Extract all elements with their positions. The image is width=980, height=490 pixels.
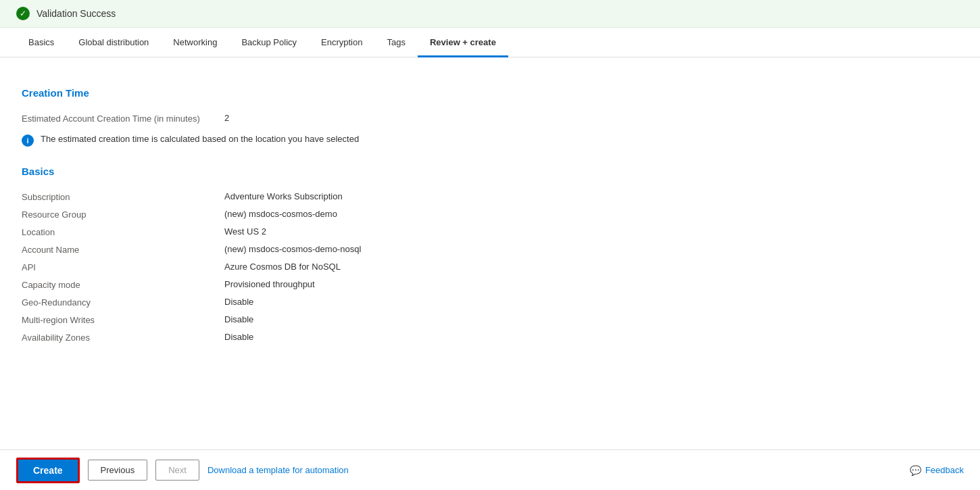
info-box: i The estimated creation time is calcula… <box>22 134 958 147</box>
multi-region-writes-label: Multi-region Writes <box>22 314 224 325</box>
basics-section: Basics Subscription Adventure Works Subs… <box>22 166 958 346</box>
location-row: Location West US 2 <box>22 223 958 241</box>
info-message: The estimated creation time is calculate… <box>41 134 359 144</box>
previous-button[interactable]: Previous <box>88 460 148 481</box>
tab-review-create[interactable]: Review + create <box>418 28 508 57</box>
create-button[interactable]: Create <box>16 458 80 483</box>
automation-template-link[interactable]: Download a template for automation <box>207 465 349 475</box>
validation-message: Validation Success <box>36 8 116 19</box>
capacity-mode-row: Capacity mode Provisioned throughput <box>22 276 958 293</box>
resource-group-label: Resource Group <box>22 209 224 220</box>
availability-zones-label: Availability Zones <box>22 332 224 343</box>
tab-basics[interactable]: Basics <box>16 28 66 57</box>
subscription-label: Subscription <box>22 191 224 202</box>
success-icon: ✓ <box>16 7 30 20</box>
multi-region-writes-value: Disable <box>224 314 253 324</box>
tabs-bar: Basics Global distribution Networking Ba… <box>0 28 980 57</box>
feedback-icon: 💬 <box>910 465 921 476</box>
geo-redundancy-row: Geo-Redundancy Disable <box>22 293 958 311</box>
capacity-mode-label: Capacity mode <box>22 279 224 290</box>
multi-region-writes-row: Multi-region Writes Disable <box>22 311 958 328</box>
account-name-row: Account Name (new) msdocs-cosmos-demo-no… <box>22 241 958 258</box>
subscription-row: Subscription Adventure Works Subscriptio… <box>22 188 958 205</box>
estimated-time-value: 2 <box>224 113 229 123</box>
api-row: API Azure Cosmos DB for NoSQL <box>22 258 958 276</box>
location-value: West US 2 <box>224 226 266 237</box>
feedback-label: Feedback <box>925 465 964 475</box>
feedback-button[interactable]: 💬 Feedback <box>910 465 964 476</box>
tab-backup-policy[interactable]: Backup Policy <box>229 28 309 57</box>
subscription-value: Adventure Works Subscription <box>224 191 343 201</box>
main-content: Creation Time Estimated Account Creation… <box>0 57 980 406</box>
api-value: Azure Cosmos DB for NoSQL <box>224 262 341 272</box>
resource-group-row: Resource Group (new) msdocs-cosmos-demo <box>22 205 958 223</box>
geo-redundancy-value: Disable <box>224 297 253 307</box>
creation-time-title: Creation Time <box>22 87 958 99</box>
account-name-label: Account Name <box>22 244 224 255</box>
geo-redundancy-label: Geo-Redundancy <box>22 297 224 308</box>
next-button[interactable]: Next <box>155 460 199 481</box>
resource-group-value: (new) msdocs-cosmos-demo <box>224 209 337 219</box>
availability-zones-row: Availability Zones Disable <box>22 328 958 346</box>
availability-zones-value: Disable <box>224 332 253 342</box>
tab-tags[interactable]: Tags <box>374 28 417 57</box>
location-label: Location <box>22 226 224 237</box>
account-name-value: (new) msdocs-cosmos-demo-nosql <box>224 244 361 254</box>
capacity-mode-value: Provisioned throughput <box>224 279 315 289</box>
creation-time-section: Creation Time Estimated Account Creation… <box>22 87 958 147</box>
tab-networking[interactable]: Networking <box>161 28 229 57</box>
api-label: API <box>22 262 224 272</box>
basics-title: Basics <box>22 166 958 177</box>
validation-banner: ✓ Validation Success <box>0 0 980 28</box>
tab-global-distribution[interactable]: Global distribution <box>66 28 161 57</box>
estimated-time-label: Estimated Account Creation Time (in minu… <box>22 113 224 124</box>
tab-encryption[interactable]: Encryption <box>309 28 374 57</box>
estimated-time-row: Estimated Account Creation Time (in minu… <box>22 109 958 127</box>
info-icon: i <box>22 134 34 147</box>
footer: Create Previous Next Download a template… <box>0 449 980 490</box>
